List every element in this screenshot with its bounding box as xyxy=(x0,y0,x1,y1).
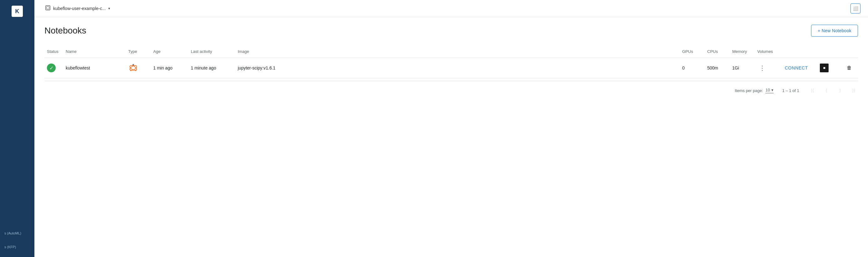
connect-button[interactable]: CONNECT xyxy=(782,64,810,72)
col-header-status: Status xyxy=(44,48,63,55)
delete-button[interactable]: 🗑 xyxy=(845,63,854,72)
col-header-stop xyxy=(817,48,842,55)
page-header: Notebooks + New Notebook xyxy=(44,25,858,37)
more-options-icon[interactable]: ⋮ xyxy=(757,64,767,72)
col-header-gpus: GPUs xyxy=(680,48,705,55)
col-header-age: Age xyxy=(151,48,188,55)
row-delete: 🗑 xyxy=(842,62,858,74)
sidebar-bottom: s (AutoML) s (KFP) xyxy=(0,226,34,254)
page-info: 1 – 1 of 1 xyxy=(782,88,799,93)
stop-icon: ■ xyxy=(823,66,825,70)
row-status: ✓ xyxy=(44,62,63,74)
sidebar-item-kfp-label: s (KFP) xyxy=(4,245,16,249)
col-header-volumes: Volumes xyxy=(755,48,780,55)
per-page-value: 10 xyxy=(766,88,770,92)
row-name: kubeflowtest xyxy=(63,64,126,72)
table-row: ✓ kubeflowtest xyxy=(44,58,858,78)
row-image: jupyter-scipy:v1.6.1 xyxy=(235,64,680,72)
row-connect: CONNECT xyxy=(780,63,817,73)
topbar: kubeflow-user-example-c... ▾ ⬜ xyxy=(34,0,868,17)
svg-point-4 xyxy=(133,64,134,66)
sidebar-item-kfp[interactable]: s (KFP) xyxy=(0,240,34,254)
pagination: Items per page: 10 ▾ 1 – 1 of 1 ⟨⟨ ⟨ ⟩ ⟩… xyxy=(44,81,858,100)
col-header-cpus: CPUs xyxy=(705,48,730,55)
row-gpus: 0 xyxy=(680,64,705,72)
row-cpus: 500m xyxy=(705,64,730,72)
namespace-dropdown-arrow: ▾ xyxy=(108,6,110,11)
col-header-last-activity: Last activity xyxy=(188,48,235,55)
svg-rect-1 xyxy=(46,6,49,9)
namespace-selector[interactable]: kubeflow-user-example-c... ▾ xyxy=(42,3,113,14)
col-header-actions xyxy=(780,48,817,55)
first-page-button[interactable]: ⟨⟨ xyxy=(808,86,817,95)
col-header-image: Image xyxy=(235,48,680,55)
row-last-activity: 1 minute ago xyxy=(188,64,235,72)
row-type xyxy=(126,62,151,74)
row-age: 1 min ago xyxy=(151,64,188,72)
per-page-control: Items per page: 10 ▾ xyxy=(735,88,774,93)
topbar-action-button[interactable]: ⬜ xyxy=(850,3,861,13)
row-volumes: ⋮ xyxy=(755,63,780,73)
sidebar: K s (AutoML) s (KFP) xyxy=(0,0,34,257)
per-page-label: Items per page: xyxy=(735,88,763,93)
prev-page-button[interactable]: ⟨ xyxy=(822,86,831,95)
per-page-select[interactable]: 10 ▾ xyxy=(766,88,773,93)
row-memory: 1Gi xyxy=(730,64,755,72)
delete-icon: 🗑 xyxy=(847,65,852,71)
stop-button[interactable]: ■ xyxy=(820,63,829,72)
col-header-type: Type xyxy=(126,48,151,55)
last-page-button[interactable]: ⟩⟩ xyxy=(849,86,858,95)
svg-point-5 xyxy=(130,70,131,71)
sidebar-item-automl-label: s (AutoML) xyxy=(4,231,21,235)
row-stop: ■ xyxy=(817,62,842,74)
col-header-name: Name xyxy=(63,48,126,55)
new-notebook-button[interactable]: + New Notebook xyxy=(811,25,858,37)
table-header: Status Name Type Age Last activity Image… xyxy=(44,46,858,58)
status-running-icon: ✓ xyxy=(47,63,56,72)
main-panel: kubeflow-user-example-c... ▾ ⬜ Notebooks… xyxy=(34,0,868,257)
notebooks-table: Status Name Type Age Last activity Image… xyxy=(44,46,858,100)
topbar-action-icon: ⬜ xyxy=(853,6,858,11)
svg-point-6 xyxy=(135,70,136,71)
per-page-dropdown-arrow: ▾ xyxy=(771,88,774,92)
next-page-button[interactable]: ⟩ xyxy=(835,86,844,95)
jupyter-type-icon xyxy=(128,63,138,73)
page-content: Notebooks + New Notebook Status Name Typ… xyxy=(34,17,868,257)
col-header-memory: Memory xyxy=(730,48,755,55)
sidebar-item-automl[interactable]: s (AutoML) xyxy=(0,226,34,240)
page-title: Notebooks xyxy=(44,26,86,36)
namespace-icon xyxy=(45,5,51,12)
svg-rect-0 xyxy=(46,6,50,10)
sidebar-logo: K xyxy=(11,6,23,17)
namespace-text: kubeflow-user-example-c... xyxy=(53,6,106,11)
col-header-delete xyxy=(842,48,858,55)
